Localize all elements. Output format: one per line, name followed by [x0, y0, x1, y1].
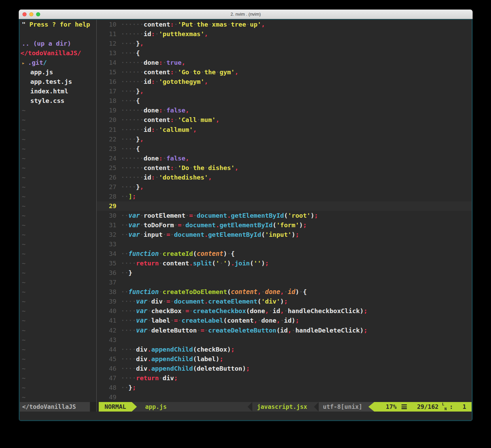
code-line-32[interactable]: 32··var·input·=·document.getElementById(… — [97, 230, 472, 240]
code-line-39[interactable]: 39····var·div·=·document.createElement('… — [97, 297, 472, 306]
line-number: 35 — [101, 259, 116, 268]
code-text: ··]; — [121, 192, 136, 201]
gutter-gap — [116, 373, 121, 383]
code-text: ··var·input·=·document.getElementById('i… — [121, 230, 299, 240]
tree-file-index-html[interactable]: index.html — [20, 87, 96, 96]
code-line-21[interactable]: 21······id:·'callmum', — [97, 125, 472, 135]
code-line-14[interactable]: 14······done:·true, — [97, 58, 472, 67]
code-text: ······id:·'callmum', — [121, 125, 197, 135]
gutter-gap — [116, 192, 121, 201]
line-number: 49 — [101, 392, 116, 402]
line-number: 32 — [101, 230, 116, 240]
close-button[interactable] — [22, 12, 27, 16]
gutter-gap — [116, 383, 121, 392]
code-line-22[interactable]: 22····}, — [97, 135, 472, 144]
code-line-45[interactable]: 45····div.appendChild(label); — [97, 354, 472, 364]
line-number: 14 — [101, 58, 116, 67]
code-line-38[interactable]: 38··function·createToDoElement(content,·… — [97, 287, 472, 297]
tilde-marker: ~ — [20, 278, 96, 287]
line-number: 29 — [101, 201, 116, 211]
gutter-gap — [116, 29, 121, 39]
dir-name: .git — [28, 59, 43, 66]
editor-split: " Press ? for help.. (up a dir)</todoVan… — [20, 20, 472, 402]
tilde-marker: ~ — [20, 240, 96, 249]
gutter-gap — [116, 220, 121, 230]
tree-file-style-css[interactable]: style.css — [20, 96, 96, 106]
chevron-left-icon — [314, 402, 319, 412]
code-text: ······id:·'gotothegym', — [121, 77, 208, 87]
tilde-marker: ~ — [20, 383, 96, 392]
code-text: ··var·toDoForm·=·document.getElementById… — [121, 220, 307, 230]
code-line-31[interactable]: 31··var·toDoForm·=·document.getElementBy… — [97, 220, 472, 230]
statusbar-active: NORMAL app.js javascript.jsx utf-8[unix]… — [97, 402, 472, 412]
code-line-23[interactable]: 23····{ — [97, 144, 472, 154]
code-line-30[interactable]: 30··var·rootElement·=·document.getElemen… — [97, 211, 472, 220]
code-line-19[interactable]: 19······done:·false, — [97, 106, 472, 115]
code-line-37[interactable]: 37 — [97, 278, 472, 287]
line-number: 24 — [101, 154, 116, 163]
zoom-button[interactable] — [36, 12, 40, 16]
tree-updir-item[interactable]: .. (up a dir) — [20, 39, 96, 48]
code-editor-pane[interactable]: 10······content:·'Put·the·xmas·tree·up',… — [97, 20, 472, 402]
tree-file-app-js[interactable]: app.js — [20, 67, 96, 77]
code-line-34[interactable]: 34··function·createId(content)·{ — [97, 249, 472, 259]
code-line-20[interactable]: 20······content:·'Call·mum', — [97, 115, 472, 125]
code-line-46[interactable]: 46····div.appendChild(deleteButton); — [97, 364, 472, 373]
tilde-marker: ~ — [20, 364, 96, 373]
code-line-29[interactable]: 29 — [97, 201, 472, 211]
gutter-gap — [116, 20, 121, 29]
status-bar: </todoVanillaJS NORMAL app.js javascript… — [20, 402, 472, 412]
code-text: ····return·content.split('·').join(''); — [121, 259, 269, 268]
code-line-35[interactable]: 35····return·content.split('·').join('')… — [97, 259, 472, 268]
tilde-marker: ~ — [20, 201, 96, 211]
code-line-26[interactable]: 26······id:·'dothedishes', — [97, 173, 472, 182]
line-number: 23 — [101, 144, 116, 154]
tilde-marker: ~ — [20, 297, 96, 306]
code-line-18[interactable]: 18····{ — [97, 96, 472, 106]
gutter-gap — [116, 144, 121, 154]
tilde-marker: ~ — [20, 154, 96, 163]
mode-indicator: NORMAL — [99, 402, 132, 412]
code-line-36[interactable]: 36··} — [97, 268, 472, 278]
gutter-gap — [116, 335, 121, 345]
code-line-24[interactable]: 24······done:·false, — [97, 154, 472, 163]
code-line-47[interactable]: 47····return·div; — [97, 373, 472, 383]
gutter-gap — [116, 182, 121, 192]
line-number: 45 — [101, 354, 116, 364]
tilde-marker: ~ — [20, 259, 96, 268]
code-line-33[interactable]: 33 — [97, 240, 472, 249]
code-line-49[interactable]: 49 — [97, 392, 472, 402]
gutter-gap — [116, 77, 121, 87]
code-line-27[interactable]: 27····}, — [97, 182, 472, 192]
code-text: ····{ — [121, 96, 140, 106]
code-line-25[interactable]: 25······content:·'Do·the·dishes', — [97, 163, 472, 173]
code-line-17[interactable]: 17····}, — [97, 87, 472, 96]
mode-arrow-icon — [132, 402, 137, 412]
code-line-44[interactable]: 44····div.appendChild(checkBox); — [97, 345, 472, 354]
line-number: 33 — [101, 240, 116, 249]
code-line-13[interactable]: 13····{ — [97, 48, 472, 58]
title-bar[interactable]: 2. nvim . (nvim) — [19, 10, 473, 19]
code-line-42[interactable]: 42····var·deleteButton·=·createDeleteBut… — [97, 326, 472, 335]
minimize-button[interactable] — [29, 12, 33, 16]
code-line-11[interactable]: 11······id:·'putthexmas', — [97, 29, 472, 39]
code-line-15[interactable]: 15······content:·'Go·to·the·gym', — [97, 67, 472, 77]
code-line-12[interactable]: 12····}, — [97, 39, 472, 48]
code-line-41[interactable]: 41····var·label·=·createLabel(content,·d… — [97, 316, 472, 325]
help-text: Press ? for help — [29, 21, 90, 28]
gutter-gap — [116, 115, 121, 125]
code-text: ······id:·'putthexmas', — [121, 29, 208, 39]
code-line-43[interactable]: 43 — [97, 335, 472, 345]
code-line-16[interactable]: 16······id:·'gotothegym', — [97, 77, 472, 87]
code-text: ······done:·false, — [121, 106, 189, 115]
code-line-28[interactable]: 28··]; — [97, 192, 472, 201]
tree-root-item[interactable]: </todoVanillaJS/ — [20, 48, 96, 58]
tree-dir-git[interactable]: ▸.git/ — [20, 58, 96, 67]
code-text: ····var·label·=·createLabel(content,·don… — [121, 316, 299, 325]
code-line-40[interactable]: 40····var·checkBox·=·createCheckbox(done… — [97, 306, 472, 316]
collapsed-arrow-icon[interactable]: ▸ — [22, 60, 25, 66]
code-line-48[interactable]: 48··}; — [97, 383, 472, 392]
gutter-gap — [116, 392, 121, 402]
code-line-10[interactable]: 10······content:·'Put·the·xmas·tree·up', — [97, 20, 472, 29]
tree-file-app-test-js[interactable]: app.test.js — [20, 77, 96, 87]
